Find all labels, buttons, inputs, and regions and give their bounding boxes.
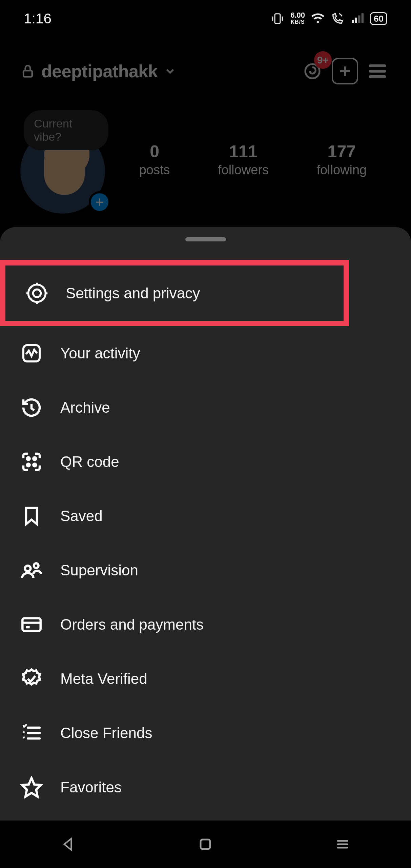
lock-icon <box>20 64 35 79</box>
menu-item-label: Favorites <box>60 779 122 796</box>
svg-point-19 <box>27 463 30 466</box>
svg-point-18 <box>33 457 36 460</box>
battery-indicator: 60 <box>370 12 387 25</box>
add-story-button[interactable]: + <box>89 191 110 213</box>
network-speed: 6.00 KB/S <box>290 12 305 25</box>
svg-point-15 <box>33 289 41 297</box>
menu-item-verified[interactable]: Meta Verified <box>0 652 411 706</box>
svg-rect-0 <box>275 14 280 24</box>
menu-item-close-friends[interactable]: Close Friends <box>0 706 411 760</box>
volte-icon <box>331 12 344 25</box>
svg-point-21 <box>25 566 31 571</box>
svg-rect-31 <box>201 840 210 849</box>
following-stat[interactable]: 177 following <box>316 142 367 177</box>
menu-item-label: Meta Verified <box>60 670 147 687</box>
nav-recents-button[interactable] <box>315 831 370 858</box>
archive-icon <box>20 396 43 419</box>
menu-item-settings[interactable]: Settings and privacy <box>5 265 344 321</box>
menu-item-label: Close Friends <box>60 725 152 742</box>
nav-back-button[interactable] <box>41 831 96 858</box>
menu-item-label: Your activity <box>60 345 140 362</box>
svg-rect-3 <box>352 20 354 23</box>
gear-icon <box>25 281 49 305</box>
note-prompt[interactable]: Current vibe? <box>24 110 108 150</box>
status-bar: 1:16 6.00 KB/S 60 <box>0 0 411 37</box>
svg-rect-23 <box>22 618 40 631</box>
activity-icon <box>20 341 43 365</box>
menu-item-qr[interactable]: QR code <box>0 435 411 489</box>
username-switcher[interactable]: deeptipathakk <box>41 61 158 81</box>
menu-item-label: QR code <box>60 453 119 470</box>
menu-item-label: Settings and privacy <box>66 285 200 302</box>
svg-point-22 <box>34 563 39 568</box>
menu-item-label: Saved <box>60 508 103 525</box>
qr-icon <box>20 450 43 474</box>
menu-bottom-sheet: Settings and privacy Your activity Archi… <box>0 227 411 821</box>
svg-rect-6 <box>362 13 364 23</box>
menu-item-archive[interactable]: Archive <box>0 380 411 435</box>
signal-icon <box>350 12 364 25</box>
threads-badge: 9+ <box>314 51 332 69</box>
menu-item-label: Supervision <box>60 562 138 579</box>
chevron-down-icon <box>164 65 177 78</box>
verified-icon <box>20 667 43 691</box>
supervision-icon <box>20 558 43 582</box>
status-time: 1:16 <box>24 11 52 27</box>
wifi-icon <box>311 12 325 25</box>
menu-item-label: Orders and payments <box>60 616 204 633</box>
profile-screen: deeptipathakk 9+ Current vibe? + 0 <box>0 37 411 203</box>
menu-item-saved[interactable]: Saved <box>0 489 411 543</box>
svg-rect-5 <box>358 16 360 23</box>
posts-stat[interactable]: 0 posts <box>139 142 170 177</box>
menu-item-label: Archive <box>60 399 110 416</box>
menu-item-orders[interactable]: Orders and payments <box>0 597 411 652</box>
menu-item-activity[interactable]: Your activity <box>0 326 411 380</box>
svg-point-17 <box>27 457 30 460</box>
svg-marker-30 <box>64 839 71 850</box>
sheet-grabber[interactable] <box>185 237 226 241</box>
create-button[interactable] <box>332 58 358 84</box>
menu-item-supervision[interactable]: Supervision <box>0 543 411 597</box>
bookmark-icon <box>20 504 43 528</box>
menu-item-favorites[interactable]: Favorites <box>0 760 411 814</box>
hamburger-menu-button[interactable] <box>364 58 391 84</box>
card-icon <box>20 613 43 636</box>
followers-stat[interactable]: 111 followers <box>218 142 269 177</box>
svg-rect-4 <box>355 18 357 23</box>
star-icon <box>20 775 43 799</box>
highlight-settings: Settings and privacy <box>0 260 349 326</box>
close-friends-icon <box>20 721 43 745</box>
svg-point-20 <box>33 463 36 466</box>
svg-marker-29 <box>22 778 41 797</box>
system-nav-bar <box>0 821 411 868</box>
nav-home-button[interactable] <box>178 831 232 858</box>
svg-rect-7 <box>23 71 32 77</box>
vibrate-icon <box>271 12 284 25</box>
threads-button[interactable]: 9+ <box>299 58 326 84</box>
